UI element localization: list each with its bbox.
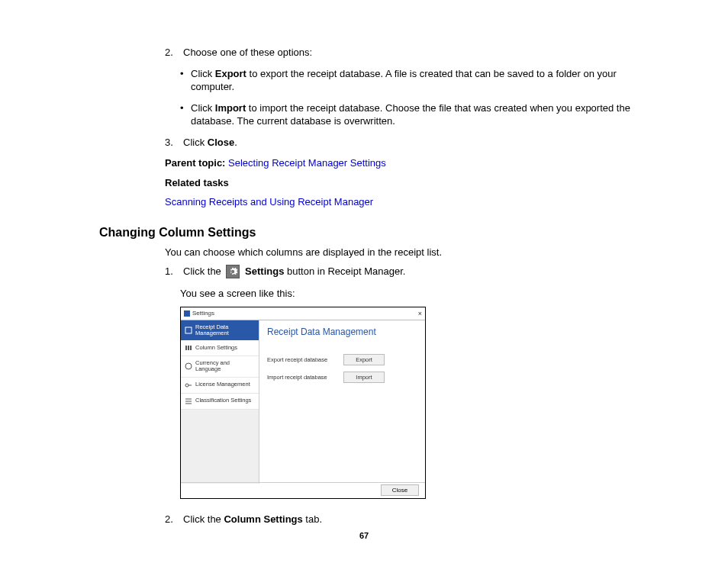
text: tab.: [303, 513, 322, 525]
main-panel: Receipt Data Management Export receipt d…: [259, 320, 425, 484]
globe-icon: [185, 362, 192, 370]
close-icon[interactable]: ×: [418, 310, 422, 317]
cs-step-2-text: Click the Column Settings tab.: [183, 513, 322, 526]
list-icon: [185, 397, 192, 405]
sidebar-item-column-settings[interactable]: Column Settings: [181, 340, 259, 356]
document-page: 2. Choose one of these options: • Click …: [0, 0, 728, 563]
text-bold: Close: [208, 137, 234, 148]
related-task-link-row: Scanning Receipts and Using Receipt Mana…: [165, 195, 644, 209]
step-2: 2. Choose one of these options:: [165, 46, 644, 60]
sidebar-item-license[interactable]: License Management: [181, 378, 259, 394]
import-button[interactable]: Import: [343, 372, 385, 383]
key-icon: [185, 381, 192, 389]
bullet: •: [180, 101, 191, 128]
step-3-text: Click Close.: [183, 136, 237, 150]
cs-step-1: 1. Click the Settings button in Receipt …: [165, 265, 644, 279]
text: button in Receipt Manager.: [284, 265, 405, 277]
text-bold: Column Settings: [224, 513, 302, 525]
window-title-group: Settings: [184, 310, 214, 317]
sidebar-label: Receipt Data Management: [195, 324, 255, 337]
step-number: 2.: [165, 513, 183, 526]
text: Click the: [183, 265, 224, 277]
columns-icon: [185, 344, 192, 352]
step-number: 3.: [165, 136, 183, 150]
sidebar-item-currency[interactable]: Currency and Language: [181, 356, 259, 378]
window-footer: Close: [181, 482, 425, 498]
receipt-icon: [185, 327, 192, 334]
sidebar-empty: [181, 410, 259, 484]
sidebar-item-receipt-data[interactable]: Receipt Data Management: [181, 320, 259, 341]
text: Click: [191, 68, 215, 79]
step-number: 1.: [165, 265, 183, 279]
cs-step-2: 2. Click the Column Settings tab.: [165, 513, 644, 526]
related-tasks-label: Related tasks: [165, 176, 644, 190]
bullet-text: Click Export to export the receipt datab…: [191, 67, 644, 94]
sidebar-label: Column Settings: [195, 345, 237, 351]
export-button[interactable]: Export: [343, 354, 385, 365]
svg-rect-2: [188, 346, 189, 350]
page-number: 67: [0, 531, 728, 540]
section-intro: You can choose which columns are display…: [165, 246, 644, 259]
text: to import the receipt database. Choose t…: [191, 102, 630, 127]
cs-step-1-note: You see a screen like this:: [180, 287, 644, 301]
step-2-bullet-2: • Click Import to import the receipt dat…: [180, 101, 644, 128]
step-2-bullet-1: • Click Export to export the receipt dat…: [180, 67, 644, 94]
parent-topic-link[interactable]: Selecting Receipt Manager Settings: [228, 157, 386, 169]
import-label: Import receipt database: [267, 374, 336, 381]
import-row: Import receipt database Import: [267, 372, 417, 383]
text: Click the: [183, 513, 224, 525]
window-titlebar: Settings ×: [181, 307, 425, 320]
step-2-text: Choose one of these options:: [183, 46, 312, 60]
text-bold: Import: [215, 102, 246, 114]
bullet: •: [180, 67, 191, 94]
text: to export the receipt database. A file i…: [191, 68, 617, 93]
sidebar-item-classification[interactable]: Classification Settings: [181, 394, 259, 410]
gear-icon: [226, 265, 240, 278]
cs-step-1-text: Click the Settings button in Receipt Man…: [183, 265, 405, 279]
text: Click: [191, 102, 215, 114]
window-body: Receipt Data Management Column Settings …: [181, 320, 425, 484]
svg-rect-3: [190, 346, 192, 350]
sidebar-label: Currency and Language: [195, 360, 255, 373]
related-task-link[interactable]: Scanning Receipts and Using Receipt Mana…: [165, 196, 373, 208]
settings-screenshot: Settings × Receipt Data Management Colum…: [180, 307, 426, 499]
close-button[interactable]: Close: [381, 484, 419, 496]
text-bold: Export: [215, 68, 246, 79]
step-3: 3. Click Close.: [165, 136, 644, 150]
export-label: Export receipt database: [267, 356, 336, 363]
sidebar-label: License Management: [195, 381, 250, 388]
text-bold: Settings: [242, 265, 284, 277]
panel-heading: Receipt Data Management: [267, 327, 417, 337]
step-number: 2.: [165, 46, 183, 60]
section-heading: Changing Column Settings: [99, 226, 644, 240]
app-icon: [184, 310, 190, 317]
parent-topic: Parent topic: Selecting Receipt Manager …: [165, 156, 644, 170]
parent-topic-label: Parent topic:: [165, 157, 228, 169]
svg-rect-1: [185, 346, 187, 350]
sidebar: Receipt Data Management Column Settings …: [181, 320, 259, 484]
svg-point-4: [185, 363, 192, 369]
text: Click: [183, 137, 208, 148]
svg-rect-0: [185, 327, 192, 333]
export-row: Export receipt database Export: [267, 354, 417, 365]
sidebar-label: Classification Settings: [195, 397, 251, 404]
text: .: [234, 137, 237, 148]
window-title: Settings: [192, 310, 214, 317]
svg-point-5: [185, 384, 188, 387]
bullet-text: Click Import to import the receipt datab…: [191, 101, 644, 128]
